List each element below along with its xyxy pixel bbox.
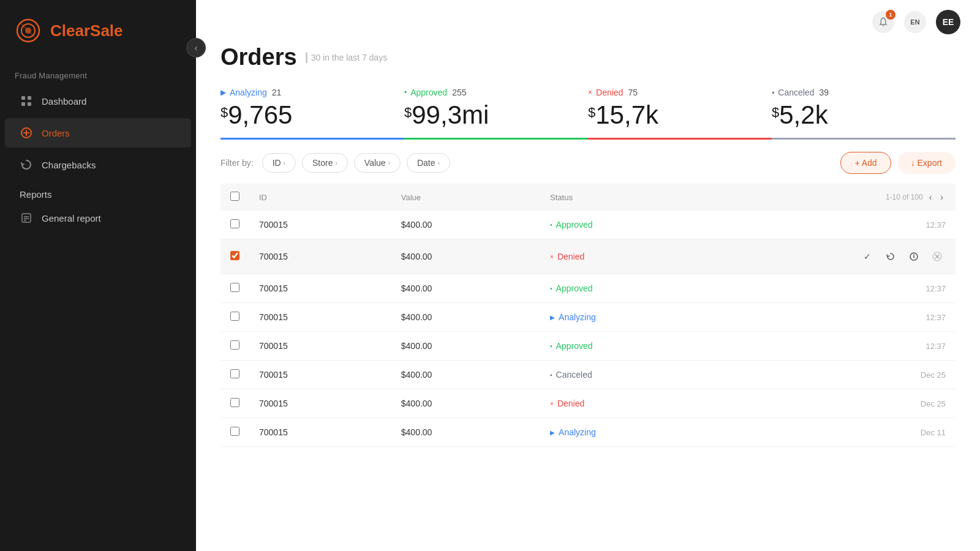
chevron-left-icon: ‹: [195, 43, 198, 53]
row-action-retry[interactable]: [882, 248, 899, 265]
status-badge: × Denied: [550, 252, 584, 261]
status-dot: ▶: [550, 314, 555, 321]
table-row[interactable]: 700015 $400.00 • Approved 12:37: [221, 211, 956, 239]
user-avatar[interactable]: EE: [936, 10, 960, 34]
stat-canceled[interactable]: ▪ Canceled 39 $5,2k: [772, 88, 956, 140]
page-content: Orders 30 in the last 7 days ▶ Analyzing…: [196, 44, 980, 551]
sidebar-item-chargebacks[interactable]: Chargebacks: [5, 150, 191, 179]
page-header: Orders 30 in the last 7 days: [221, 44, 956, 70]
analyzing-indicator: ▶: [221, 88, 226, 97]
row-checkbox[interactable]: [230, 219, 239, 228]
pagination-prev-button[interactable]: ‹: [927, 191, 935, 203]
filter-date-chevron: ›: [438, 160, 440, 167]
select-all-checkbox[interactable]: [230, 192, 239, 201]
td-value: $400.00: [391, 211, 540, 239]
pagination-text: 1-10 of 100: [886, 193, 923, 201]
svg-rect-4: [21, 96, 25, 100]
svg-rect-7: [28, 102, 31, 106]
row-time: Dec 25: [921, 399, 946, 408]
stat-denied[interactable]: × Denied 75 $15,7k: [588, 88, 772, 140]
td-status: • Approved 12:37: [540, 332, 956, 361]
sidebar-logo: ClearSale: [0, 0, 196, 59]
table-row[interactable]: 700015 $400.00 ▶ Analyzing Dec 11: [221, 418, 956, 447]
add-button-label: + Add: [854, 158, 876, 168]
filter-chip-id[interactable]: ID ›: [262, 153, 296, 173]
export-button[interactable]: ↓ Export: [897, 152, 956, 174]
table-row[interactable]: 700015 $400.00 ▪ Canceled Dec 25: [221, 361, 956, 389]
sidebar-logo-text: ClearSale: [50, 21, 123, 40]
td-checkbox[interactable]: [221, 211, 249, 239]
td-status: × Denied Dec 25: [540, 389, 956, 418]
denied-indicator: ×: [588, 88, 592, 97]
row-time: 12:37: [925, 284, 946, 293]
td-value: $400.00: [391, 389, 540, 418]
table-row[interactable]: 700015 $400.00 • Approved 12:37: [221, 332, 956, 361]
row-action-close[interactable]: [929, 248, 946, 265]
row-checkbox[interactable]: [230, 427, 239, 436]
row-checkbox[interactable]: [230, 251, 239, 260]
notifications-button[interactable]: 1: [872, 11, 894, 33]
sidebar-item-general-report[interactable]: General report: [5, 203, 191, 233]
status-badge: ▶ Analyzing: [550, 312, 596, 322]
td-checkbox[interactable]: [221, 361, 249, 389]
sidebar-toggle-button[interactable]: ‹: [186, 38, 206, 58]
add-button[interactable]: + Add: [840, 152, 891, 174]
canceled-text: Canceled: [778, 88, 814, 97]
fraud-management-section-label: Fraud Management: [0, 59, 196, 85]
stat-analyzing[interactable]: ▶ Analyzing 21 $9,765: [221, 88, 404, 140]
filter-date-label: Date: [417, 158, 435, 168]
status-dot: ×: [550, 253, 554, 260]
svg-rect-5: [28, 96, 31, 100]
th-status: Status 1-10 of 100 ‹ ›: [540, 184, 956, 211]
row-time: Dec 25: [921, 370, 946, 380]
th-select-all[interactable]: [221, 184, 249, 211]
pagination-next-button[interactable]: ›: [938, 191, 946, 203]
td-value: $400.00: [391, 332, 540, 361]
page-subtitle: 30 in the last 7 days: [306, 52, 388, 63]
table-row[interactable]: 700015 $400.00 × Denied Dec 25: [221, 389, 956, 418]
row-checkbox[interactable]: [230, 312, 239, 321]
td-checkbox[interactable]: [221, 332, 249, 361]
sidebar-item-dashboard-label: Dashboard: [42, 96, 86, 107]
filter-chip-date[interactable]: Date ›: [407, 153, 450, 173]
canceled-value: $5,2k: [772, 102, 956, 128]
dashboard-icon: [20, 94, 33, 108]
row-checkbox[interactable]: [230, 398, 239, 407]
td-checkbox[interactable]: [221, 239, 249, 274]
row-checkbox[interactable]: [230, 340, 239, 350]
td-status: ▶ Analyzing 12:37: [540, 303, 956, 332]
general-report-icon: [20, 211, 33, 225]
td-value: $400.00: [391, 274, 540, 303]
td-checkbox[interactable]: [221, 303, 249, 332]
row-time: Dec 11: [921, 428, 946, 437]
row-action-info[interactable]: [905, 248, 922, 265]
td-checkbox[interactable]: [221, 389, 249, 418]
table-row[interactable]: 700015 $400.00 • Approved 12:37: [221, 274, 956, 303]
filter-store-chevron: ›: [336, 160, 337, 167]
table-row[interactable]: 700015 $400.00 ▶ Analyzing 12:37: [221, 303, 956, 332]
status-badge: × Denied: [550, 399, 584, 408]
row-checkbox[interactable]: [230, 283, 239, 292]
filter-id-chevron: ›: [284, 160, 285, 167]
sidebar: ClearSale ‹ Fraud Management Dashboard O…: [0, 0, 196, 551]
chargebacks-icon: [20, 158, 33, 171]
canceled-count: 39: [819, 88, 829, 97]
th-id: ID: [249, 184, 391, 211]
stat-approved-label: • Approved 255: [404, 88, 588, 97]
notification-badge: 1: [886, 10, 895, 20]
sidebar-item-dashboard[interactable]: Dashboard: [5, 86, 191, 116]
clearsale-logo-icon: [15, 17, 42, 44]
filter-chip-store[interactable]: Store ›: [302, 153, 348, 173]
row-action-approve[interactable]: ✓: [859, 248, 876, 265]
filter-chip-value[interactable]: Value ›: [354, 153, 401, 173]
sidebar-item-chargebacks-label: Chargebacks: [42, 160, 96, 170]
td-checkbox[interactable]: [221, 418, 249, 447]
stats-row: ▶ Analyzing 21 $9,765 • Approved 255 $99…: [221, 88, 956, 140]
row-checkbox[interactable]: [230, 369, 239, 378]
th-value: Value: [391, 184, 540, 211]
td-checkbox[interactable]: [221, 274, 249, 303]
sidebar-item-orders[interactable]: Orders: [5, 118, 191, 148]
stat-approved[interactable]: • Approved 255 $99,3mi: [404, 88, 588, 140]
language-selector[interactable]: EN: [904, 11, 926, 33]
table-row[interactable]: 700015 $400.00 × Denied ✓: [221, 239, 956, 274]
